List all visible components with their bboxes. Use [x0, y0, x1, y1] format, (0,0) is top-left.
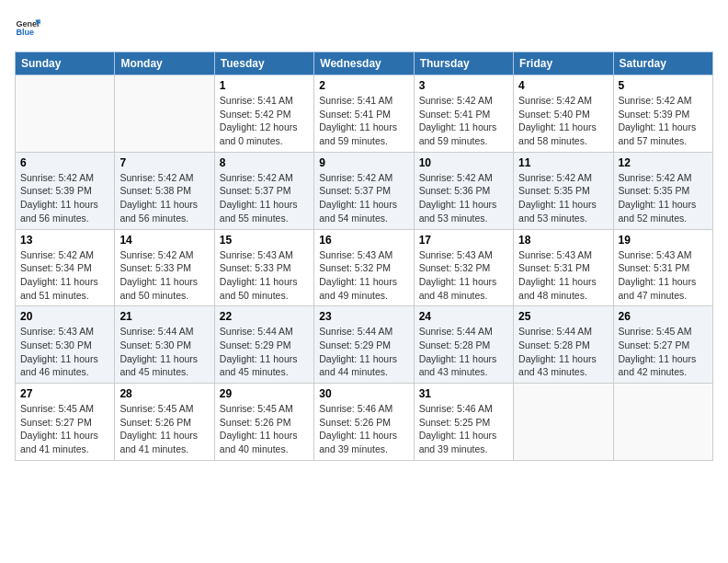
calendar-cell: 28Sunrise: 5:45 AM Sunset: 5:26 PM Dayli…	[115, 384, 214, 461]
day-number: 4	[518, 79, 608, 92]
day-number: 28	[119, 387, 209, 400]
day-number: 31	[419, 387, 508, 400]
day-info: Sunrise: 5:42 AM Sunset: 5:40 PM Dayligh…	[518, 94, 608, 148]
day-info: Sunrise: 5:43 AM Sunset: 5:32 PM Dayligh…	[419, 248, 508, 303]
day-info: Sunrise: 5:42 AM Sunset: 5:39 PM Dayligh…	[619, 94, 708, 148]
calendar-cell: 2Sunrise: 5:41 AM Sunset: 5:41 PM Daylig…	[314, 75, 414, 153]
day-number: 22	[220, 310, 309, 323]
day-number: 18	[518, 234, 608, 247]
day-number: 30	[319, 387, 408, 400]
day-info: Sunrise: 5:44 AM Sunset: 5:29 PM Dayligh…	[319, 325, 408, 379]
calendar-cell: 21Sunrise: 5:44 AM Sunset: 5:30 PM Dayli…	[115, 306, 214, 384]
calendar-cell: 26Sunrise: 5:45 AM Sunset: 5:27 PM Dayli…	[613, 306, 712, 384]
day-number: 8	[220, 156, 309, 169]
day-number: 2	[319, 79, 408, 92]
day-number: 5	[619, 79, 708, 92]
day-info: Sunrise: 5:43 AM Sunset: 5:33 PM Dayligh…	[220, 248, 309, 303]
day-info: Sunrise: 5:43 AM Sunset: 5:31 PM Dayligh…	[518, 248, 608, 303]
calendar-cell: 4Sunrise: 5:42 AM Sunset: 5:40 PM Daylig…	[514, 75, 613, 153]
day-number: 29	[220, 387, 309, 400]
weekday-header-tuesday: Tuesday	[214, 52, 313, 75]
day-number: 21	[119, 310, 209, 323]
day-info: Sunrise: 5:41 AM Sunset: 5:41 PM Dayligh…	[319, 94, 408, 148]
day-number: 15	[220, 234, 309, 247]
weekday-header-thursday: Thursday	[414, 52, 513, 75]
calendar-cell: 19Sunrise: 5:43 AM Sunset: 5:31 PM Dayli…	[613, 229, 712, 306]
weekday-header-monday: Monday	[115, 52, 214, 75]
calendar-cell: 8Sunrise: 5:42 AM Sunset: 5:37 PM Daylig…	[214, 152, 313, 229]
day-number: 6	[20, 156, 109, 169]
day-number: 11	[518, 156, 608, 169]
day-info: Sunrise: 5:43 AM Sunset: 5:32 PM Dayligh…	[319, 248, 408, 303]
day-info: Sunrise: 5:44 AM Sunset: 5:29 PM Dayligh…	[220, 325, 309, 379]
day-number: 1	[220, 79, 309, 92]
day-number: 12	[619, 156, 708, 169]
day-info: Sunrise: 5:42 AM Sunset: 5:35 PM Dayligh…	[518, 171, 608, 225]
svg-text:Blue: Blue	[16, 28, 34, 37]
calendar-cell: 16Sunrise: 5:43 AM Sunset: 5:32 PM Dayli…	[314, 229, 414, 306]
day-number: 20	[20, 310, 109, 323]
day-info: Sunrise: 5:42 AM Sunset: 5:38 PM Dayligh…	[119, 171, 209, 225]
calendar-cell: 29Sunrise: 5:45 AM Sunset: 5:26 PM Dayli…	[214, 384, 313, 461]
day-number: 14	[119, 234, 209, 247]
day-info: Sunrise: 5:44 AM Sunset: 5:28 PM Dayligh…	[518, 325, 608, 379]
day-number: 23	[319, 310, 408, 323]
calendar-cell	[613, 384, 712, 461]
calendar-cell: 24Sunrise: 5:44 AM Sunset: 5:28 PM Dayli…	[414, 306, 513, 384]
calendar-cell: 11Sunrise: 5:42 AM Sunset: 5:35 PM Dayli…	[514, 152, 613, 229]
day-info: Sunrise: 5:43 AM Sunset: 5:31 PM Dayligh…	[619, 248, 708, 303]
day-info: Sunrise: 5:44 AM Sunset: 5:28 PM Dayligh…	[419, 325, 508, 379]
calendar-cell: 14Sunrise: 5:42 AM Sunset: 5:33 PM Dayli…	[115, 229, 214, 306]
calendar-cell: 9Sunrise: 5:42 AM Sunset: 5:37 PM Daylig…	[314, 152, 414, 229]
day-number: 10	[419, 156, 508, 169]
calendar-cell: 1Sunrise: 5:41 AM Sunset: 5:42 PM Daylig…	[214, 75, 313, 153]
day-info: Sunrise: 5:45 AM Sunset: 5:27 PM Dayligh…	[619, 325, 708, 379]
calendar-cell: 17Sunrise: 5:43 AM Sunset: 5:32 PM Dayli…	[414, 229, 513, 306]
calendar-cell: 27Sunrise: 5:45 AM Sunset: 5:27 PM Dayli…	[16, 384, 115, 461]
day-info: Sunrise: 5:45 AM Sunset: 5:26 PM Dayligh…	[220, 402, 309, 456]
calendar-cell	[16, 75, 115, 153]
logo: General Blue	[15, 15, 40, 40]
weekday-header-sunday: Sunday	[16, 52, 115, 75]
day-info: Sunrise: 5:42 AM Sunset: 5:37 PM Dayligh…	[319, 171, 408, 225]
day-info: Sunrise: 5:42 AM Sunset: 5:37 PM Dayligh…	[220, 171, 309, 225]
day-info: Sunrise: 5:42 AM Sunset: 5:34 PM Dayligh…	[20, 248, 109, 303]
calendar-cell: 23Sunrise: 5:44 AM Sunset: 5:29 PM Dayli…	[314, 306, 414, 384]
calendar-cell	[115, 75, 214, 153]
day-info: Sunrise: 5:44 AM Sunset: 5:30 PM Dayligh…	[119, 325, 209, 379]
day-info: Sunrise: 5:43 AM Sunset: 5:30 PM Dayligh…	[20, 325, 109, 379]
day-number: 27	[20, 387, 109, 400]
calendar-cell: 10Sunrise: 5:42 AM Sunset: 5:36 PM Dayli…	[414, 152, 513, 229]
day-info: Sunrise: 5:42 AM Sunset: 5:35 PM Dayligh…	[619, 171, 708, 225]
calendar-cell: 30Sunrise: 5:46 AM Sunset: 5:26 PM Dayli…	[314, 384, 414, 461]
day-number: 3	[419, 79, 508, 92]
day-info: Sunrise: 5:42 AM Sunset: 5:41 PM Dayligh…	[419, 94, 508, 148]
calendar-cell: 15Sunrise: 5:43 AM Sunset: 5:33 PM Dayli…	[214, 229, 313, 306]
calendar-cell: 7Sunrise: 5:42 AM Sunset: 5:38 PM Daylig…	[115, 152, 214, 229]
day-number: 17	[419, 234, 508, 247]
day-info: Sunrise: 5:42 AM Sunset: 5:33 PM Dayligh…	[119, 248, 209, 303]
weekday-header-wednesday: Wednesday	[314, 52, 414, 75]
calendar-cell: 3Sunrise: 5:42 AM Sunset: 5:41 PM Daylig…	[414, 75, 513, 153]
calendar-cell: 13Sunrise: 5:42 AM Sunset: 5:34 PM Dayli…	[16, 229, 115, 306]
weekday-header-saturday: Saturday	[613, 52, 712, 75]
day-info: Sunrise: 5:46 AM Sunset: 5:25 PM Dayligh…	[419, 402, 508, 456]
day-info: Sunrise: 5:46 AM Sunset: 5:26 PM Dayligh…	[319, 402, 408, 456]
calendar-cell: 18Sunrise: 5:43 AM Sunset: 5:31 PM Dayli…	[514, 229, 613, 306]
calendar-table: SundayMondayTuesdayWednesdayThursdayFrid…	[15, 52, 713, 461]
page-header: General Blue	[15, 15, 713, 40]
day-number: 7	[119, 156, 209, 169]
calendar-cell: 22Sunrise: 5:44 AM Sunset: 5:29 PM Dayli…	[214, 306, 313, 384]
day-info: Sunrise: 5:42 AM Sunset: 5:39 PM Dayligh…	[20, 171, 109, 225]
calendar-cell: 31Sunrise: 5:46 AM Sunset: 5:25 PM Dayli…	[414, 384, 513, 461]
calendar-cell: 25Sunrise: 5:44 AM Sunset: 5:28 PM Dayli…	[514, 306, 613, 384]
day-number: 24	[419, 310, 508, 323]
day-number: 16	[319, 234, 408, 247]
day-number: 13	[20, 234, 109, 247]
calendar-cell: 12Sunrise: 5:42 AM Sunset: 5:35 PM Dayli…	[613, 152, 712, 229]
calendar-cell: 6Sunrise: 5:42 AM Sunset: 5:39 PM Daylig…	[16, 152, 115, 229]
day-number: 9	[319, 156, 408, 169]
day-number: 19	[619, 234, 708, 247]
calendar-cell	[514, 384, 613, 461]
logo-icon: General Blue	[15, 15, 40, 40]
